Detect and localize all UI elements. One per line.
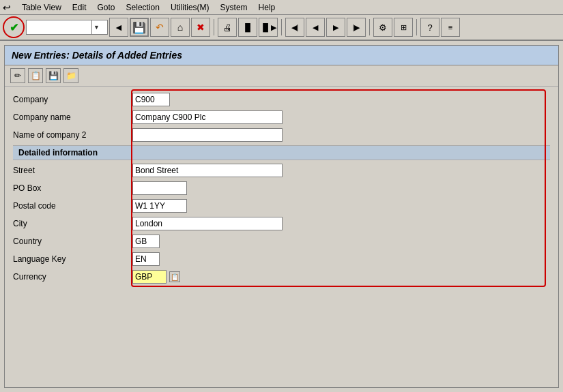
nav-back-button[interactable]: ◄ (109, 18, 128, 37)
country-row: Country (13, 234, 550, 249)
panel-title: New Entries: Details of Added Entries (5, 46, 558, 65)
street-label: Street (13, 166, 132, 175)
check-icon: ✔ (10, 21, 18, 34)
copy-icon: 📋 (31, 71, 41, 80)
cancel-button[interactable]: ✖ (191, 18, 210, 37)
sub-save-icon: 💾 (48, 71, 59, 80)
layout-icon: ⊞ (401, 23, 407, 32)
currency-label: Currency (13, 272, 132, 282)
page-first-button[interactable]: ◀| (285, 18, 304, 37)
currency-row: Currency 📋 (13, 269, 550, 284)
menu-bar: ↩ Table View Edit Goto Selection Utiliti… (0, 0, 563, 15)
langkey-label: Language Key (13, 254, 132, 264)
page-prev-button[interactable]: ◀ (306, 18, 325, 37)
company-label: Company (13, 95, 132, 104)
menu-utilities[interactable]: Utilities(M) (171, 3, 210, 12)
copy-button[interactable]: 📋 (28, 68, 43, 83)
menu-goto[interactable]: Goto (98, 3, 115, 12)
langkey-row: Language Key (13, 252, 550, 267)
home-icon: ⌂ (177, 22, 183, 33)
separator-1 (214, 19, 214, 35)
name2-input[interactable] (132, 128, 283, 142)
pobox-row: PO Box (13, 181, 550, 196)
page-prev-icon: ◀ (313, 23, 318, 32)
company-input[interactable] (132, 93, 170, 106)
name2-row: Name of company 2 (13, 127, 550, 142)
command-field[interactable]: ▼ (26, 20, 108, 35)
check-button[interactable]: ✔ (3, 16, 25, 38)
print-button[interactable]: 🖨 (218, 18, 237, 37)
country-input[interactable] (132, 235, 160, 248)
content-panel: New Entries: Details of Added Entries ✏ … (4, 45, 559, 388)
separator-3 (369, 19, 370, 35)
separator-4 (416, 19, 417, 35)
menu-edit[interactable]: Edit (72, 3, 87, 12)
print-icon: 🖨 (223, 22, 232, 33)
menu-table-view[interactable]: Table View (22, 3, 61, 12)
find-next-icon: ▐▌▶ (260, 23, 276, 32)
detail-section-header: Detailed information (13, 145, 550, 160)
page-next-button[interactable]: ▶ (326, 18, 345, 37)
currency-copy-icon: 📋 (171, 273, 179, 281)
help-icon: ? (427, 22, 432, 33)
pobox-input[interactable] (132, 181, 187, 195)
home-button[interactable]: ⌂ (171, 18, 190, 37)
city-label: City (13, 219, 132, 228)
menu-system[interactable]: System (220, 3, 248, 12)
currency-input[interactable] (132, 270, 167, 284)
find-icon: ▐▌ (242, 23, 253, 31)
country-label: Country (13, 237, 132, 246)
company-row: Company (13, 92, 550, 107)
menu-selection[interactable]: Selection (126, 3, 160, 12)
city-input[interactable] (132, 217, 283, 230)
langkey-input[interactable] (132, 252, 160, 266)
save-button[interactable]: 💾 (130, 18, 149, 37)
folder-icon: 📁 (66, 71, 76, 80)
back-button[interactable]: ↶ (150, 18, 169, 37)
find-button[interactable]: ▐▌ (238, 18, 257, 37)
name2-label: Name of company 2 (13, 130, 132, 140)
company-name-label: Company name (13, 112, 132, 122)
page-first-icon: ◀| (291, 23, 299, 32)
sap-menu-button[interactable]: ≡ (441, 18, 460, 37)
back-icon: ↶ (156, 22, 164, 33)
folder-button[interactable]: 📁 (63, 68, 78, 83)
settings-button[interactable]: ⚙ (373, 18, 392, 37)
sub-toolbar: ✏ 📋 💾 📁 (5, 65, 558, 87)
nav-back-icon: ◄ (114, 22, 124, 33)
street-row: Street (13, 163, 550, 178)
help-button[interactable]: ? (420, 18, 439, 37)
postal-row: Postal code (13, 198, 550, 213)
layout-button[interactable]: ⊞ (394, 18, 413, 37)
pobox-label: PO Box (13, 183, 132, 193)
currency-field-group: 📋 (132, 270, 180, 284)
page-next-icon: ▶ (333, 23, 338, 32)
separator-2 (281, 19, 282, 35)
form-area: Company Company name Name of company 2 D… (5, 87, 558, 292)
currency-copy-button[interactable]: 📋 (169, 271, 180, 282)
sub-save-button[interactable]: 💾 (46, 68, 61, 83)
pencil-icon: ✏ (14, 71, 21, 80)
sap-menu-icon: ≡ (448, 23, 452, 31)
street-input[interactable] (132, 164, 283, 177)
dropdown-arrow-icon[interactable]: ▼ (91, 20, 101, 34)
settings-icon: ⚙ (379, 22, 387, 33)
find-next-button[interactable]: ▐▌▶ (259, 18, 278, 37)
company-name-input[interactable] (132, 110, 283, 124)
page-last-button[interactable]: |▶ (347, 18, 366, 37)
menu-exit-icon[interactable]: ↩ (3, 2, 11, 13)
company-name-row: Company name (13, 110, 550, 125)
postal-label: Postal code (13, 201, 132, 211)
page-last-icon: |▶ (353, 23, 360, 32)
toolbar: ✔ ▼ ◄ 💾 ↶ ⌂ ✖ 🖨 ▐▌ ▐▌▶ ◀| ◀ ▶ |▶ ⚙ (0, 15, 563, 41)
postal-input[interactable] (132, 199, 187, 213)
menu-help[interactable]: Help (259, 3, 276, 12)
save-icon: 💾 (132, 21, 146, 34)
command-input[interactable] (27, 23, 91, 31)
edit-pencil-button[interactable]: ✏ (10, 68, 25, 83)
cancel-icon: ✖ (197, 22, 205, 33)
city-row: City (13, 216, 550, 231)
main-content: New Entries: Details of Added Entries ✏ … (0, 41, 563, 392)
